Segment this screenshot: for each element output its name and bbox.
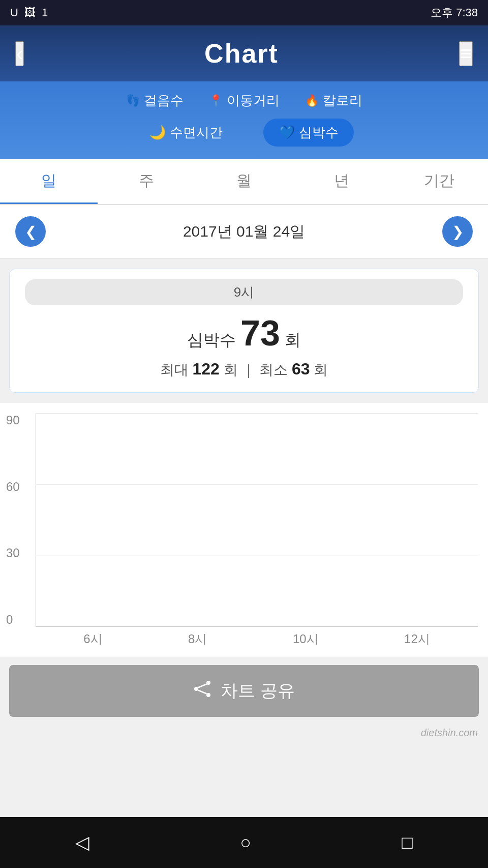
next-date-button[interactable]: ❯ (442, 216, 473, 247)
status-bar-left: U 🖼 1 (10, 6, 48, 19)
grid-line-60 (36, 484, 478, 485)
bottom-navigation: ◁ ○ □ (0, 817, 488, 868)
recent-nav-button[interactable]: □ (381, 827, 433, 858)
filter-row-2: 🌙 수면시간 💙 심박수 (0, 119, 488, 147)
status-time: 오후 7:38 (431, 6, 478, 19)
max-label: 최대 (160, 362, 189, 378)
tab-month[interactable]: 월 (195, 159, 293, 204)
grid-line-30 (36, 556, 478, 556)
home-nav-button[interactable]: ○ (220, 827, 271, 858)
stats-main-unit: 회 (285, 331, 301, 349)
filter-heartrate-label: 심박수 (299, 124, 339, 141)
min-value: 63 (292, 360, 310, 378)
max-unit: 회 (224, 362, 238, 378)
tab-week[interactable]: 주 (98, 159, 195, 204)
share-label: 차트 공유 (221, 679, 294, 703)
x-label-6: 6시 (83, 631, 102, 647)
min-unit: 회 (314, 362, 328, 378)
svg-line-3 (198, 684, 207, 688)
steps-icon: 👣 (126, 94, 140, 107)
min-label: 최소 (259, 362, 288, 378)
status-bar-right: 오후 7:38 (431, 5, 478, 20)
chart-bars (36, 413, 478, 627)
stats-main: 심박수 73 회 (25, 313, 463, 354)
y-label-60: 60 (6, 480, 20, 494)
chart-x-labels: 6시 8시 10시 12시 (36, 631, 478, 647)
tab-period[interactable]: 기간 (390, 159, 488, 204)
tooltip-label: 9시 (234, 283, 254, 301)
y-label-0: 0 (6, 613, 20, 627)
chart-container: 90 60 30 0 6시 8시 10시 12시 (0, 403, 488, 657)
calories-icon: 🔥 (305, 94, 319, 107)
filter-section: 👣 걸음수 📍 이동거리 🔥 칼로리 🌙 수면시간 💙 심박수 (0, 81, 488, 159)
svg-point-2 (206, 693, 210, 697)
share-button[interactable]: 차트 공유 (9, 665, 479, 717)
back-nav-button[interactable]: ◁ (55, 827, 110, 858)
filter-distance[interactable]: 📍 이동거리 (209, 92, 280, 109)
heartrate-icon: 💙 (279, 125, 295, 140)
status-bar: U 🖼 1 오후 7:38 (0, 0, 488, 25)
menu-button[interactable]: ≡ (459, 41, 473, 66)
stats-tooltip: 9시 (25, 279, 463, 305)
y-label-90: 90 (6, 413, 20, 427)
current-date: 2017년 01월 24일 (183, 221, 305, 242)
status-icon-1: 1 (42, 6, 48, 19)
svg-line-4 (198, 690, 207, 694)
grid-line-0 (36, 625, 478, 625)
distance-icon: 📍 (209, 94, 223, 107)
filter-sleep-button[interactable]: 🌙 수면시간 (134, 119, 238, 147)
x-label-10: 10시 (293, 631, 319, 647)
stats-main-label: 심박수 (187, 331, 236, 349)
next-icon: ❯ (452, 223, 464, 240)
svg-point-0 (206, 681, 210, 685)
date-navigation: ❮ 2017년 01월 24일 ❯ (0, 205, 488, 258)
prev-date-button[interactable]: ❮ (15, 216, 46, 247)
filter-steps-label: 걸음수 (144, 92, 184, 109)
grid-line-90 (36, 413, 478, 414)
prev-icon: ❮ (25, 223, 37, 240)
menu-icon: ≡ (460, 42, 472, 65)
separator: ｜ (241, 362, 259, 378)
x-label-12: 12시 (404, 631, 430, 647)
watermark: dietshin.com (0, 727, 488, 795)
filter-calories[interactable]: 🔥 칼로리 (305, 92, 362, 109)
tab-day[interactable]: 일 (0, 159, 98, 204)
back-button[interactable]: ‹ (15, 41, 24, 66)
filter-sleep-label: 수면시간 (170, 124, 223, 141)
filter-heartrate-button[interactable]: 💙 심박수 (263, 119, 354, 147)
tab-year[interactable]: 년 (293, 159, 390, 204)
period-tabs: 일 주 월 년 기간 (0, 159, 488, 205)
header: ‹ Chart ≡ (0, 25, 488, 81)
sleep-icon: 🌙 (149, 125, 166, 140)
stats-card: 9시 심박수 73 회 최대 122 회 ｜ 최소 63 회 (9, 269, 479, 393)
chart-y-labels: 90 60 30 0 (6, 413, 20, 627)
filter-steps[interactable]: 👣 걸음수 (126, 92, 184, 109)
svg-point-1 (194, 687, 198, 691)
status-icon-u: U (10, 6, 18, 19)
filter-distance-label: 이동거리 (227, 92, 280, 109)
back-icon: ‹ (16, 42, 23, 65)
chart-area: 90 60 30 0 (36, 413, 478, 627)
stats-main-value: 73 (240, 313, 280, 353)
share-icon (193, 680, 211, 702)
filter-calories-label: 칼로리 (323, 92, 362, 109)
x-label-8: 8시 (188, 631, 207, 647)
filter-row-1: 👣 걸음수 📍 이동거리 🔥 칼로리 (0, 92, 488, 109)
stats-sub: 최대 122 회 ｜ 최소 63 회 (25, 360, 463, 380)
max-value: 122 (192, 360, 219, 378)
page-title: Chart (204, 38, 279, 69)
y-label-30: 30 (6, 546, 20, 560)
status-icon-image: 🖼 (24, 6, 36, 19)
